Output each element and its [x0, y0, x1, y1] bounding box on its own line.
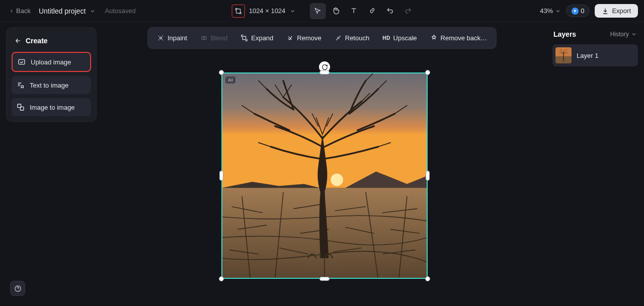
text-to-image-icon: [17, 81, 25, 89]
resize-handle-bottom[interactable]: [319, 277, 330, 281]
resize-handle-right[interactable]: [426, 171, 430, 181]
resize-canvas-icon: [235, 8, 242, 15]
chevron-left-icon: [9, 9, 14, 14]
zoom-value: 43%: [540, 7, 553, 15]
svg-point-4: [160, 37, 162, 39]
top-right-controls: 43% ✦ 0 Export: [540, 4, 638, 18]
upscale-button[interactable]: HD Upscale: [376, 31, 423, 45]
chevron-down-icon: [555, 8, 561, 14]
export-button[interactable]: Export: [595, 4, 638, 18]
credits-value: 0: [581, 7, 584, 15]
chevron-down-icon: [90, 8, 96, 14]
upload-image-icon: [18, 58, 26, 66]
layers-panel: Layers History Layer 1: [552, 27, 638, 300]
back-button[interactable]: Back: [6, 5, 34, 17]
layer-thumbnail: [555, 47, 572, 63]
export-label: Export: [612, 7, 631, 15]
text-icon: [350, 7, 358, 15]
resize-handle-bl[interactable]: [219, 276, 224, 281]
resize-handle-left[interactable]: [219, 171, 223, 181]
layer-name: Layer 1: [577, 52, 598, 59]
create-panel: Create Upload image Text to image Image …: [6, 27, 97, 122]
credits-badge[interactable]: ✦ 0: [566, 5, 590, 17]
chevron-down-icon: [631, 31, 637, 37]
create-title: Create: [26, 37, 48, 45]
undo-button[interactable]: [382, 3, 398, 19]
resize-handle-br[interactable]: [425, 276, 430, 281]
retouch-button[interactable]: Retouch: [329, 31, 375, 45]
top-center-tools: 1024 × 1024: [228, 3, 417, 19]
history-label: History: [610, 31, 629, 38]
upload-image-label: Upload image: [31, 58, 71, 66]
remove-bg-label: Remove back…: [441, 34, 487, 42]
expand-icon: [240, 34, 248, 42]
hand-tool[interactable]: [328, 3, 344, 19]
canvas-selection[interactable]: AI: [221, 72, 428, 279]
text-to-image-label: Text to image: [30, 82, 68, 89]
project-name-text: Untitled project: [39, 7, 86, 15]
refresh-icon: [321, 64, 328, 70]
download-icon: [602, 8, 609, 15]
brush-icon: [368, 7, 376, 15]
hand-icon: [332, 7, 340, 15]
upscale-icon: HD: [382, 35, 390, 41]
remove-icon: [286, 34, 294, 42]
upload-image-button[interactable]: Upload image: [12, 52, 91, 72]
top-bar: Back Untitled project Autosaved 1024 × 1…: [0, 0, 644, 22]
brush-tool[interactable]: [364, 3, 380, 19]
selection-outline: [221, 72, 428, 279]
zoom-dropdown[interactable]: 43%: [540, 7, 561, 15]
inpaint-icon: [157, 34, 165, 42]
create-header[interactable]: Create: [12, 33, 91, 52]
back-label: Back: [16, 7, 31, 15]
layers-title: Layers: [553, 30, 576, 38]
resize-handle-top[interactable]: [319, 70, 330, 74]
redo-button[interactable]: [400, 3, 416, 19]
resize-handle-tl[interactable]: [219, 70, 224, 75]
chevron-down-icon: [289, 8, 295, 14]
svg-rect-7: [243, 36, 246, 39]
history-button[interactable]: History: [610, 31, 637, 38]
svg-rect-1: [19, 59, 25, 64]
remove-background-button[interactable]: Remove back…: [424, 31, 493, 45]
text-tool[interactable]: [346, 3, 362, 19]
project-name-dropdown[interactable]: Untitled project: [39, 7, 96, 15]
layers-header: Layers History: [552, 27, 638, 44]
autosaved-status: Autosaved: [105, 7, 135, 15]
image-to-image-label: Image to image: [30, 104, 75, 111]
svg-rect-0: [236, 9, 240, 13]
expand-label: Expand: [251, 34, 273, 42]
cursor-tool[interactable]: [309, 3, 326, 19]
cursor-icon: [314, 7, 321, 15]
redo-icon: [405, 7, 412, 15]
resize-handle-tr[interactable]: [425, 70, 430, 75]
help-button[interactable]: [10, 281, 25, 296]
blend-label: Blend: [211, 34, 227, 42]
remove-bg-icon: [430, 34, 438, 42]
undo-icon: [386, 7, 394, 15]
retouch-icon: [335, 34, 342, 42]
retouch-label: Retouch: [345, 34, 369, 42]
inpaint-label: Inpaint: [168, 34, 187, 42]
dimensions-text: 1024 × 1024: [249, 7, 286, 15]
text-to-image-button[interactable]: Text to image: [12, 76, 91, 94]
inpaint-button[interactable]: Inpaint: [151, 31, 193, 45]
remove-button[interactable]: Remove: [280, 31, 327, 45]
canvas-dimensions-dropdown[interactable]: 1024 × 1024: [228, 4, 300, 19]
expand-button[interactable]: Expand: [234, 31, 279, 45]
upscale-label: Upscale: [393, 34, 417, 42]
layer-item[interactable]: Layer 1: [552, 44, 638, 66]
remove-label: Remove: [297, 34, 321, 42]
image-to-image-icon: [17, 103, 25, 111]
tool-group: [309, 3, 416, 19]
credits-icon: ✦: [572, 8, 579, 15]
image-to-image-button[interactable]: Image to image: [12, 98, 91, 116]
blend-icon: [200, 34, 208, 42]
blend-button: Blend: [194, 31, 233, 45]
collapse-icon: [15, 37, 22, 44]
help-icon: [14, 285, 22, 292]
canvas-area[interactable]: AI: [101, 45, 548, 301]
